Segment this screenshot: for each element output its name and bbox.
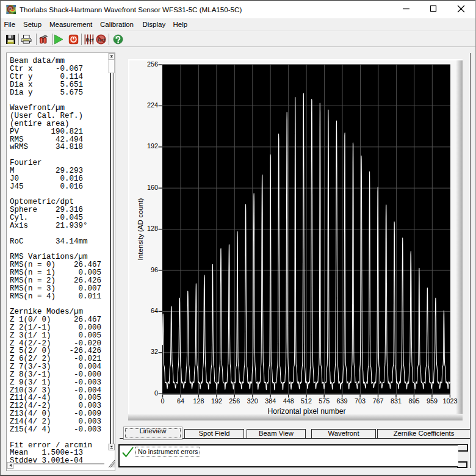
svg-text:Ref: Ref	[86, 37, 94, 43]
